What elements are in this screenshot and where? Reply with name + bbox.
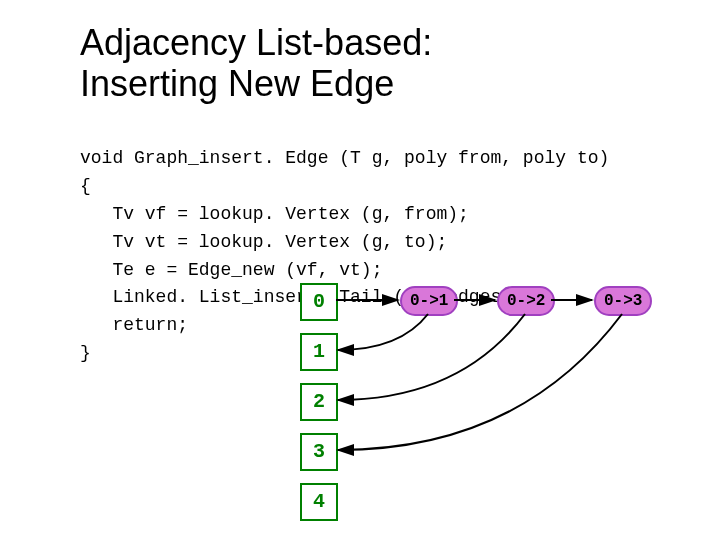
vertex-0: 0 <box>300 283 338 321</box>
vertex-3: 3 <box>300 433 338 471</box>
vertex-2: 2 <box>300 383 338 421</box>
title-line-2: Inserting New Edge <box>80 63 394 104</box>
vertex-1: 1 <box>300 333 338 371</box>
edge-pill-0-3: 0->3 <box>594 286 652 316</box>
title-line-1: Adjacency List-based: <box>80 22 432 63</box>
edge-pill-0-2: 0->2 <box>497 286 555 316</box>
code-block: void Graph_insert. Edge (T g, poly from,… <box>80 145 609 368</box>
slide-title: Adjacency List-based: Inserting New Edge <box>80 22 432 105</box>
edge-pill-0-1: 0->1 <box>400 286 458 316</box>
vertex-4: 4 <box>300 483 338 521</box>
